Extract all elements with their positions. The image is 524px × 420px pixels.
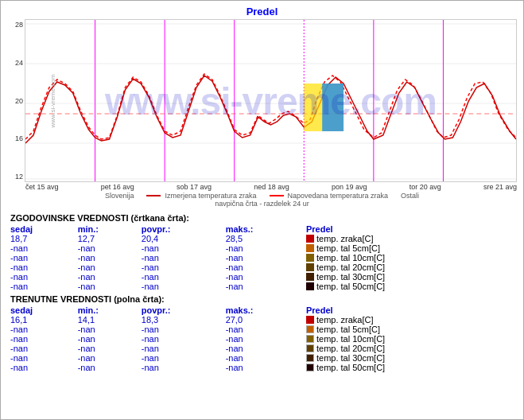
current-row-0: 16,1 14,1 18,3 27,0 temp. zraka[C] <box>10 315 514 325</box>
curr-r0-desc: temp. zraka[C] <box>316 315 374 325</box>
hist-r4-min: -nan <box>78 272 142 282</box>
curr-r1-maks: -nan <box>226 325 306 334</box>
x-label-4: pon 19 avg <box>332 183 367 191</box>
curr-r0-maks: 27,0 <box>226 315 306 325</box>
hist-r2-sedaj: -nan <box>10 253 78 262</box>
hist-header-sedaj: sedaj <box>10 224 78 234</box>
hist-r3-sedaj: -nan <box>10 262 78 272</box>
hist-r0-maks: 28,5 <box>226 234 306 243</box>
curr-r3-sedaj: -nan <box>10 344 78 353</box>
svg-rect-13 <box>322 84 344 131</box>
hist-r5-maks: -nan <box>226 282 306 291</box>
x-label-5: tor 20 avg <box>409 183 441 191</box>
current-row-2: -nan -nan -nan -nan temp. tal 10cm[C] <box>10 334 514 344</box>
historical-table: sedaj min.: povpr.: maks.: Predel 18,7 1… <box>10 224 514 291</box>
x-label-3: ned 18 avg <box>254 183 289 191</box>
curr-r5-povpr: -nan <box>142 363 226 372</box>
si-vreme-side-label: www.si-vreme.com <box>49 74 56 127</box>
hist-r2-predel: temp. tal 10cm[C] <box>306 253 514 262</box>
historical-row-3: -nan -nan -nan -nan temp. tal 20cm[C] <box>10 262 514 272</box>
curr-r3-min: -nan <box>78 344 142 353</box>
historical-row-4: -nan -nan -nan -nan temp. tal 30cm[C] <box>10 272 514 282</box>
current-table: sedaj min.: povpr.: maks.: Predel 16,1 1… <box>10 305 514 372</box>
hist-r4-povpr: -nan <box>142 272 226 282</box>
hist-r3-min: -nan <box>78 262 142 272</box>
hist-header-min: min.: <box>78 224 142 234</box>
hist-r5-sedaj: -nan <box>10 282 78 291</box>
curr-r3-maks: -nan <box>226 344 306 353</box>
curr-r4-predel: temp. tal 30cm[C] <box>306 353 514 363</box>
legend-izmerjena: Izmerjena temperatura zraka <box>146 192 256 200</box>
curr-header-povpr: povpr.: <box>142 305 226 315</box>
hist-r3-povpr: -nan <box>142 262 226 272</box>
hist-header-maks: maks.: <box>226 224 306 234</box>
hist-r2-desc: temp. tal 10cm[C] <box>316 253 385 262</box>
hist-r5-predel: temp. tal 50cm[C] <box>306 282 514 291</box>
curr-r5-maks: -nan <box>226 363 306 372</box>
curr-r1-desc: temp. tal 5cm[C] <box>316 325 380 334</box>
curr-r0-povpr: 18,3 <box>142 315 226 325</box>
hist-r1-maks: -nan <box>226 243 306 253</box>
current-row-5: -nan -nan -nan -nan temp. tal 50cm[C] <box>10 363 514 372</box>
curr-r3-color-box <box>306 344 314 352</box>
x-label-1: pet 16 avg <box>101 183 134 191</box>
curr-r2-povpr: -nan <box>142 334 226 344</box>
current-header: sedaj min.: povpr.: maks.: Predel <box>10 305 514 315</box>
curr-r1-sedaj: -nan <box>10 325 78 334</box>
stats-section: ZGODOVINSKE VREDNOSTI (črtkana črta): se… <box>1 210 523 372</box>
x-label-6: sre 21 avg <box>483 183 517 191</box>
hist-r1-sedaj: -nan <box>10 243 78 253</box>
hist-r2-maks: -nan <box>226 253 306 262</box>
historical-header: sedaj min.: povpr.: maks.: Predel <box>10 224 514 234</box>
x-label-0: čet 15 avg <box>25 183 59 191</box>
historical-title: ZGODOVINSKE VREDNOSTI (črtkana črta): <box>10 213 514 223</box>
curr-r1-color-box <box>306 325 314 333</box>
curr-r2-sedaj: -nan <box>10 334 78 344</box>
curr-r0-min: 14,1 <box>78 315 142 325</box>
y-tick-24: 24 <box>7 59 23 67</box>
curr-r1-povpr: -nan <box>142 325 226 334</box>
hist-r3-predel: temp. tal 20cm[C] <box>306 262 514 272</box>
hist-r5-color-box <box>306 282 314 290</box>
curr-r3-desc: temp. tal 20cm[C] <box>316 344 385 353</box>
current-row-3: -nan -nan -nan -nan temp. tal 20cm[C] <box>10 344 514 353</box>
hist-header-povpr: povpr.: <box>142 224 226 234</box>
slovenija-label: Slovenija <box>105 192 134 200</box>
y-tick-20: 20 <box>7 97 23 105</box>
hist-r1-predel: temp. tal 5cm[C] <box>306 243 514 253</box>
curr-r0-predel: temp. zraka[C] <box>306 315 514 325</box>
current-row-4: -nan -nan -nan -nan temp. tal 30cm[C] <box>10 353 514 363</box>
curr-r4-color-box <box>306 354 314 362</box>
curr-r3-povpr: -nan <box>142 344 226 353</box>
historical-row-2: -nan -nan -nan -nan temp. tal 10cm[C] <box>10 253 514 262</box>
hist-r1-color-box <box>306 244 314 252</box>
legend-napovedana: Napovedana temperatura zraka <box>270 192 389 200</box>
historical-row-5: -nan -nan -nan -nan temp. tal 50cm[C] <box>10 282 514 291</box>
curr-r4-min: -nan <box>78 353 142 363</box>
x-axis-labels: čet 15 avg pet 16 avg sob 17 avg ned 18 … <box>25 183 517 191</box>
curr-r4-povpr: -nan <box>142 353 226 363</box>
y-tick-12: 12 <box>7 173 23 181</box>
main-container: Predel 28 24 20 16 12 www.si-vreme.com <box>0 0 524 420</box>
chart-title: Predel <box>1 1 523 19</box>
curr-r0-color-box <box>306 316 314 324</box>
curr-r1-predel: temp. tal 5cm[C] <box>306 325 514 334</box>
hist-r4-sedaj: -nan <box>10 272 78 282</box>
hist-r4-maks: -nan <box>226 272 306 282</box>
curr-r5-desc: temp. tal 50cm[C] <box>316 363 385 372</box>
curr-header-predel: Predel <box>306 305 514 315</box>
solid-line-icon <box>146 195 161 196</box>
hist-r2-min: -nan <box>78 253 142 262</box>
curr-r1-min: -nan <box>78 325 142 334</box>
hist-r5-desc: temp. tal 50cm[C] <box>316 282 385 291</box>
hist-r0-predel: temp. zraka[C] <box>306 234 514 243</box>
hist-r5-povpr: -nan <box>142 282 226 291</box>
current-row-1: -nan -nan -nan -nan temp. tal 5cm[C] <box>10 325 514 334</box>
curr-r4-maks: -nan <box>226 353 306 363</box>
hist-r0-sedaj: 18,7 <box>10 234 78 243</box>
dashed-line-icon <box>270 195 284 196</box>
hist-r5-min: -nan <box>78 282 142 291</box>
curr-header-maks: maks.: <box>226 305 306 315</box>
hist-r0-desc: temp. zraka[C] <box>316 234 374 243</box>
hist-r1-desc: temp. tal 5cm[C] <box>316 243 380 253</box>
